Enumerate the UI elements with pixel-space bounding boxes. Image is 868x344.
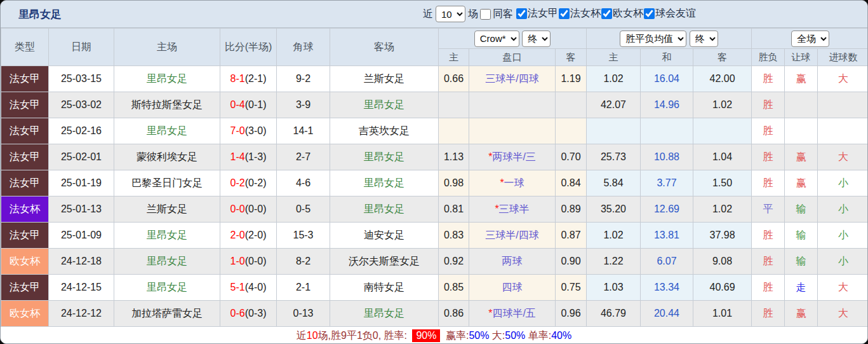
recent-label: 近 (423, 8, 433, 21)
footer-segment: 40% (551, 330, 571, 341)
cell-corner: 8-2 (277, 249, 330, 275)
cell-league: 法女杯 (1, 196, 49, 223)
col-header-handicap-result: 让球 (785, 49, 818, 66)
cell-away-team: 南特女足 (330, 275, 439, 301)
cell-league: 欧女杯 (1, 249, 49, 275)
recent-count-select[interactable]: 10 (436, 6, 465, 22)
cell-handicap-line: 三球半/四球 (469, 223, 556, 249)
cell-handicap-line: 三球半/四球 (469, 66, 556, 92)
cell-away-team: 里昂女足 (330, 170, 439, 196)
scope-select[interactable]: 全场 (791, 31, 829, 47)
cell-away-team: 里昂女足 (330, 196, 439, 223)
cell-handicap-line (469, 92, 556, 118)
cell-handicap-line (469, 118, 556, 144)
half-time-score: (0-1) (245, 99, 267, 110)
cell-avg-away: 37.98 (693, 223, 752, 249)
cell-score: 0-6(0-3) (220, 301, 277, 327)
full-time-score: 2-0 (230, 230, 245, 240)
table-row: 欧女杯24-12-12加拉塔萨雷女足0-6(0-3)0-13里昂女足0.86*四… (1, 301, 868, 327)
half-time-score: (0-2) (245, 177, 267, 188)
match-table: 类型 日期 主场 比分(半场) 角球 客场 Crow* 终 胜平负均值 终 全场 (1, 28, 868, 327)
cell-away-team: 吉英坎女足 (330, 118, 439, 144)
cell-handicap-line: *四球半/五 (469, 301, 556, 327)
cell-date: 24-12-12 (49, 301, 114, 327)
league-filter-label: 法女杯 (570, 7, 601, 20)
league-filter-checkbox[interactable] (559, 8, 570, 19)
cell-corner: 9-2 (277, 66, 330, 92)
league-filter-label: 球会友谊 (655, 7, 696, 20)
table-row: 法女甲25-03-15里昂女足8-1(2-1)9-2兰斯女足0.66三球半/四球… (1, 66, 868, 92)
cell-avg-draw: 3.77 (641, 170, 693, 196)
league-filter: 法女甲 (516, 7, 558, 20)
league-filter-label: 欧女杯 (613, 7, 643, 20)
odds-group-header: Crow* 终 (439, 29, 587, 49)
cell-avg-away: 9.08 (693, 249, 752, 275)
col-header-corner: 角球 (277, 29, 330, 66)
favorite-star: * (500, 177, 504, 188)
odds-time-select[interactable]: 终 (522, 31, 551, 47)
full-time-score: 1-0 (230, 256, 245, 266)
cell-date: 25-03-15 (49, 66, 114, 92)
cell-handicap-result (785, 92, 818, 118)
table-row: 法女甲25-01-19巴黎圣日门女足0-2(0-2)4-6里昂女足0.98*一球… (1, 170, 868, 196)
col-header-type: 类型 (1, 29, 49, 66)
cell-odds-home: 0.86 (439, 301, 469, 327)
cell-league: 法女甲 (1, 170, 49, 196)
col-header-avg-draw: 和 (641, 49, 693, 66)
cell-odds-away: 0.87 (556, 223, 587, 249)
cell-odds-away: 1.19 (556, 66, 587, 92)
cell-odds-away: 0.70 (556, 144, 587, 170)
cell-odds-away: 0.89 (556, 196, 587, 223)
full-time-score: 8-1 (230, 73, 245, 84)
league-filters: 法女甲法女杯欧女杯球会友谊 (516, 7, 696, 22)
cell-corner: 3-9 (277, 92, 330, 118)
cell-handicap-result: 输 (785, 249, 818, 275)
cell-date: 24-12-15 (49, 275, 114, 301)
cell-avg-home: 42.07 (587, 92, 641, 118)
cell-league: 欧女杯 (1, 301, 49, 327)
cell-handicap-result: 赢 (785, 170, 818, 196)
odds-company-select[interactable]: Crow* (474, 31, 519, 47)
league-filter-checkbox[interactable] (644, 8, 655, 19)
cell-avg-away: 1.02 (693, 196, 752, 223)
half-time-score: (2-1) (245, 73, 267, 84)
cell-handicap-result: 输 (785, 223, 818, 249)
cell-avg-draw: 16.04 (641, 66, 693, 92)
cell-corner: 2-7 (277, 144, 330, 170)
table-row: 法女甲24-12-15里昂女足5-1(4-0)2-1南特女足0.85四球0.75… (1, 275, 868, 301)
cell-handicap-line: *两球半/三 (469, 144, 556, 170)
cell-odds-away (556, 92, 587, 118)
wdl-time-select[interactable]: 终 (690, 31, 718, 47)
cell-home-team: 里昂女足 (114, 66, 220, 92)
cell-odds-away: 0.90 (556, 249, 587, 275)
full-time-score: 0-2 (230, 177, 245, 188)
same-venue-checkbox[interactable] (480, 9, 491, 20)
cell-date: 25-03-02 (49, 92, 114, 118)
league-filter-checkbox[interactable] (601, 8, 612, 19)
games-label: 场 (468, 8, 478, 21)
col-header-date: 日期 (49, 29, 114, 66)
cell-avg-home: 1.22 (587, 249, 641, 275)
half-time-score: (2-0) (245, 230, 267, 240)
cell-score: 1-4(1-3) (220, 144, 277, 170)
half-time-score: (1-3) (245, 151, 267, 162)
cell-avg-home: 35.20 (587, 196, 641, 223)
cell-home-team: 蒙彼利埃女足 (114, 144, 220, 170)
col-header-home: 主场 (114, 29, 220, 66)
cell-handicap-line: *三球半 (469, 196, 556, 223)
cell-avg-draw (641, 118, 693, 144)
cell-handicap-result: 输 (785, 196, 818, 223)
cell-odds-away (556, 118, 587, 144)
league-filter-checkbox[interactable] (516, 8, 527, 19)
cell-goals-result: 小 (818, 223, 868, 249)
cell-avg-home (587, 118, 641, 144)
cell-odds-away: 0.75 (556, 275, 587, 301)
cell-away-team: 兰斯女足 (330, 66, 439, 92)
cell-result: 胜 (752, 118, 785, 144)
cell-score: 0-2(0-2) (220, 170, 277, 196)
league-filter: 法女杯 (558, 7, 601, 20)
cell-result: 胜 (752, 144, 785, 170)
favorite-star: * (495, 203, 498, 214)
cell-odds-home: 0.81 (439, 196, 469, 223)
wdl-metric-select[interactable]: 胜平负均值 (620, 31, 686, 47)
